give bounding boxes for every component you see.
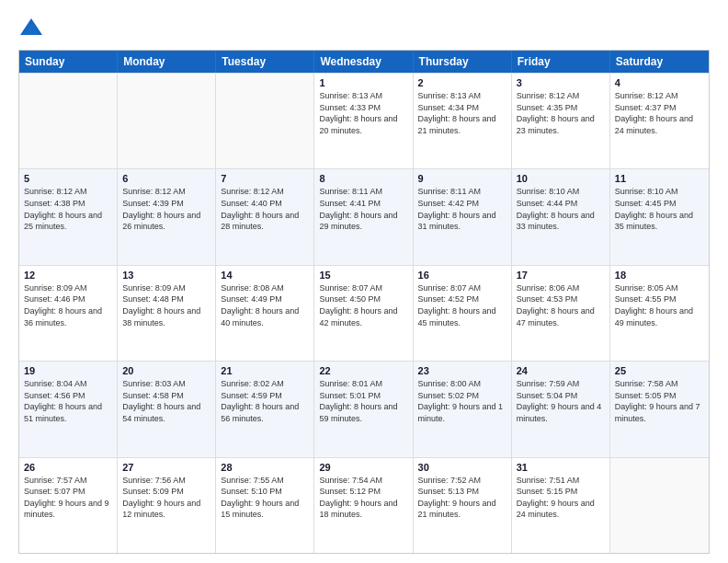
cal-cell: 4Sunrise: 8:12 AM Sunset: 4:37 PM Daylig… [610,74,709,168]
header-cell-monday: Monday [118,51,216,73]
day-number: 9 [418,173,506,184]
cal-cell: 3Sunrise: 8:12 AM Sunset: 4:35 PM Daylig… [512,74,610,168]
cal-cell [216,74,314,168]
cal-week-1: 1Sunrise: 8:13 AM Sunset: 4:33 PM Daylig… [19,73,709,168]
day-number: 3 [517,77,605,88]
calendar: SundayMondayTuesdayWednesdayThursdayFrid… [18,50,710,554]
cal-cell: 24Sunrise: 7:59 AM Sunset: 5:04 PM Dayli… [512,362,610,456]
cal-cell: 26Sunrise: 7:57 AM Sunset: 5:07 PM Dayli… [19,458,118,553]
cal-cell: 31Sunrise: 7:51 AM Sunset: 5:15 PM Dayli… [512,458,610,553]
cal-cell: 28Sunrise: 7:55 AM Sunset: 5:10 PM Dayli… [216,458,314,553]
cell-info: Sunrise: 8:12 AM Sunset: 4:38 PM Dayligh… [24,186,112,232]
cell-info: Sunrise: 7:54 AM Sunset: 5:12 PM Dayligh… [319,475,407,521]
cal-cell: 21Sunrise: 8:02 AM Sunset: 4:59 PM Dayli… [216,362,314,456]
cal-cell: 9Sunrise: 8:11 AM Sunset: 4:42 PM Daylig… [414,169,512,264]
cell-info: Sunrise: 8:04 AM Sunset: 4:56 PM Dayligh… [24,378,112,424]
cal-cell: 8Sunrise: 8:11 AM Sunset: 4:41 PM Daylig… [314,169,413,264]
cal-cell [118,74,216,168]
cell-info: Sunrise: 8:07 AM Sunset: 4:52 PM Dayligh… [418,282,506,328]
day-number: 22 [319,365,407,376]
cell-info: Sunrise: 8:10 AM Sunset: 4:44 PM Dayligh… [517,186,605,232]
day-number: 12 [24,270,112,281]
day-number: 2 [418,77,506,88]
cal-cell: 10Sunrise: 8:10 AM Sunset: 4:44 PM Dayli… [512,169,610,264]
cal-cell [19,74,118,168]
cal-cell: 19Sunrise: 8:04 AM Sunset: 4:56 PM Dayli… [19,362,118,456]
header-cell-friday: Friday [512,51,610,73]
day-number: 19 [24,365,112,376]
header-cell-tuesday: Tuesday [216,51,314,73]
logo-icon [18,15,44,40]
day-number: 27 [122,462,210,473]
day-number: 20 [122,365,210,376]
day-number: 28 [221,462,309,473]
cal-cell: 13Sunrise: 8:09 AM Sunset: 4:48 PM Dayli… [118,266,216,361]
cal-week-4: 19Sunrise: 8:04 AM Sunset: 4:56 PM Dayli… [19,361,709,456]
header-cell-sunday: Sunday [19,51,118,73]
day-number: 4 [615,77,704,88]
cal-cell: 18Sunrise: 8:05 AM Sunset: 4:55 PM Dayli… [610,266,709,361]
cell-info: Sunrise: 8:13 AM Sunset: 4:33 PM Dayligh… [319,90,407,136]
cell-info: Sunrise: 8:12 AM Sunset: 4:40 PM Dayligh… [221,186,309,232]
cell-info: Sunrise: 8:11 AM Sunset: 4:41 PM Dayligh… [319,186,407,232]
cell-info: Sunrise: 8:08 AM Sunset: 4:49 PM Dayligh… [221,282,309,328]
header-cell-wednesday: Wednesday [314,51,413,73]
calendar-page: SundayMondayTuesdayWednesdayThursdayFrid… [0,0,728,563]
cell-info: Sunrise: 8:05 AM Sunset: 4:55 PM Dayligh… [615,282,704,328]
cal-cell: 11Sunrise: 8:10 AM Sunset: 4:45 PM Dayli… [610,169,709,264]
day-number: 23 [418,365,506,376]
header-cell-saturday: Saturday [610,51,709,73]
cell-info: Sunrise: 8:12 AM Sunset: 4:35 PM Dayligh… [517,90,605,136]
cell-info: Sunrise: 7:56 AM Sunset: 5:09 PM Dayligh… [122,475,210,521]
cell-info: Sunrise: 7:55 AM Sunset: 5:10 PM Dayligh… [221,475,309,521]
cell-info: Sunrise: 8:09 AM Sunset: 4:48 PM Dayligh… [122,282,210,328]
day-number: 17 [517,270,605,281]
cal-cell: 29Sunrise: 7:54 AM Sunset: 5:12 PM Dayli… [314,458,413,553]
day-number: 5 [24,173,112,184]
cell-info: Sunrise: 7:52 AM Sunset: 5:13 PM Dayligh… [418,475,506,521]
cell-info: Sunrise: 8:01 AM Sunset: 5:01 PM Dayligh… [319,378,407,424]
cal-week-2: 5Sunrise: 8:12 AM Sunset: 4:38 PM Daylig… [19,168,709,264]
cal-cell: 22Sunrise: 8:01 AM Sunset: 5:01 PM Dayli… [314,362,413,456]
cell-info: Sunrise: 8:09 AM Sunset: 4:46 PM Dayligh… [24,282,112,328]
day-number: 10 [517,173,605,184]
cal-cell: 16Sunrise: 8:07 AM Sunset: 4:52 PM Dayli… [414,266,512,361]
logo [18,15,48,40]
cal-cell: 6Sunrise: 8:12 AM Sunset: 4:39 PM Daylig… [118,169,216,264]
cell-info: Sunrise: 7:51 AM Sunset: 5:15 PM Dayligh… [517,475,605,521]
cal-cell: 30Sunrise: 7:52 AM Sunset: 5:13 PM Dayli… [414,458,512,553]
cal-cell: 23Sunrise: 8:00 AM Sunset: 5:02 PM Dayli… [414,362,512,456]
cal-cell: 27Sunrise: 7:56 AM Sunset: 5:09 PM Dayli… [118,458,216,553]
cal-cell: 2Sunrise: 8:13 AM Sunset: 4:34 PM Daylig… [414,74,512,168]
cal-cell [610,458,709,553]
day-number: 1 [319,77,407,88]
cell-info: Sunrise: 8:13 AM Sunset: 4:34 PM Dayligh… [418,90,506,136]
day-number: 8 [319,173,407,184]
cal-cell: 14Sunrise: 8:08 AM Sunset: 4:49 PM Dayli… [216,266,314,361]
cell-info: Sunrise: 8:06 AM Sunset: 4:53 PM Dayligh… [517,282,605,328]
cell-info: Sunrise: 8:12 AM Sunset: 4:37 PM Dayligh… [615,90,704,136]
cal-week-5: 26Sunrise: 7:57 AM Sunset: 5:07 PM Dayli… [19,457,709,553]
page-header [18,15,710,40]
day-number: 26 [24,462,112,473]
cell-info: Sunrise: 8:00 AM Sunset: 5:02 PM Dayligh… [418,378,506,424]
day-number: 13 [122,270,210,281]
calendar-body: 1Sunrise: 8:13 AM Sunset: 4:33 PM Daylig… [19,73,709,553]
day-number: 6 [122,173,210,184]
cal-cell: 7Sunrise: 8:12 AM Sunset: 4:40 PM Daylig… [216,169,314,264]
day-number: 29 [319,462,407,473]
header-cell-thursday: Thursday [414,51,512,73]
cell-info: Sunrise: 7:58 AM Sunset: 5:05 PM Dayligh… [615,378,704,424]
calendar-header: SundayMondayTuesdayWednesdayThursdayFrid… [19,51,709,73]
cal-cell: 5Sunrise: 8:12 AM Sunset: 4:38 PM Daylig… [19,169,118,264]
day-number: 15 [319,270,407,281]
day-number: 21 [221,365,309,376]
day-number: 30 [418,462,506,473]
cell-info: Sunrise: 8:07 AM Sunset: 4:50 PM Dayligh… [319,282,407,328]
day-number: 16 [418,270,506,281]
cal-week-3: 12Sunrise: 8:09 AM Sunset: 4:46 PM Dayli… [19,265,709,361]
day-number: 14 [221,270,309,281]
cell-info: Sunrise: 8:02 AM Sunset: 4:59 PM Dayligh… [221,378,309,424]
cell-info: Sunrise: 8:10 AM Sunset: 4:45 PM Dayligh… [615,186,704,232]
cell-info: Sunrise: 7:57 AM Sunset: 5:07 PM Dayligh… [24,475,112,521]
